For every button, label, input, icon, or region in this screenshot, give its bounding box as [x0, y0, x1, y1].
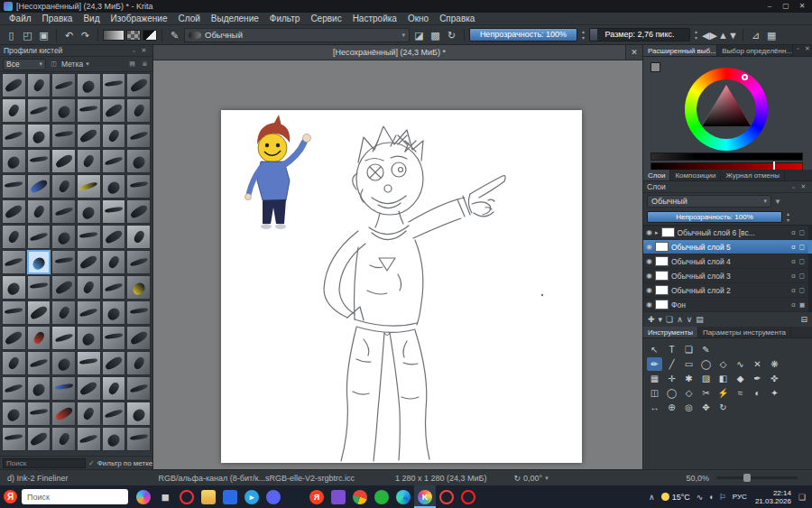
mirror-vertical-icon[interactable]: ▲▼: [718, 27, 738, 43]
brush-preset[interactable]: [77, 376, 101, 401]
freehand-brush-tool[interactable]: ✏: [647, 357, 662, 371]
whatsapp-icon[interactable]: [371, 485, 392, 508]
brush-preset[interactable]: [51, 275, 76, 300]
apps-grid-icon[interactable]: ▦: [154, 485, 176, 508]
yandex-logo-icon[interactable]: Я: [4, 490, 17, 503]
contiguous-select-tool[interactable]: ◐: [750, 386, 765, 400]
brush-preset[interactable]: [126, 149, 151, 173]
brush-preset[interactable]: [77, 427, 101, 451]
layer-collapse-icon[interactable]: ▸: [655, 229, 659, 236]
brush-preset[interactable]: [77, 300, 101, 325]
yandex-start-icon[interactable]: Я: [306, 485, 328, 508]
brush-preset[interactable]: [27, 326, 51, 350]
brush-preset[interactable]: [27, 174, 51, 199]
tab-layers[interactable]: Слои: [643, 170, 670, 180]
vk-icon[interactable]: [219, 485, 241, 508]
close-docker-icon[interactable]: ✕: [798, 183, 808, 190]
brush-preset[interactable]: [27, 225, 51, 249]
view-mode-icon[interactable]: ▤: [127, 60, 137, 68]
text-tool[interactable]: T: [664, 343, 679, 356]
brush-preset[interactable]: [126, 326, 151, 350]
brush-preset[interactable]: [27, 98, 51, 123]
current-color-swatch[interactable]: [651, 62, 660, 72]
menu-item-0[interactable]: Файл: [4, 13, 37, 25]
brush-preset[interactable]: [126, 73, 151, 97]
canvas-angle-value[interactable]: 0,00°: [523, 474, 542, 483]
taskbar-search-input[interactable]: [27, 493, 123, 502]
brush-preset[interactable]: [102, 199, 126, 224]
crop-tool[interactable]: ❏: [681, 343, 697, 356]
brush-preset[interactable]: [2, 174, 26, 199]
float-docker-icon[interactable]: ▫: [793, 45, 802, 56]
brush-preset[interactable]: [2, 199, 26, 224]
opacity-spinner[interactable]: ▴▾: [579, 29, 587, 42]
brush-preset[interactable]: [2, 427, 26, 451]
brush-preset[interactable]: [2, 124, 26, 148]
show-grid-icon[interactable]: ▦: [764, 27, 780, 43]
brush-preset[interactable]: [51, 73, 76, 97]
brush-preset[interactable]: [102, 225, 126, 249]
brush-preset[interactable]: [102, 124, 126, 148]
move-tool[interactable]: ✛: [664, 372, 679, 385]
brush-preset[interactable]: [126, 376, 151, 401]
brush-preset[interactable]: [102, 351, 126, 375]
gradient-tool[interactable]: ◧: [715, 372, 731, 385]
brush-preset[interactable]: [126, 98, 151, 123]
brush-preset[interactable]: [51, 199, 76, 224]
layer-row[interactable]: ◉Обычный слой 4α ◻: [643, 254, 808, 269]
brush-preset[interactable]: [77, 250, 101, 274]
duplicate-layer-button[interactable]: ❏: [666, 315, 673, 324]
brush-preset[interactable]: [51, 427, 76, 451]
brush-preset[interactable]: [27, 250, 51, 274]
brush-preset[interactable]: [77, 326, 101, 350]
brush-preset[interactable]: [27, 275, 51, 300]
opera-icon[interactable]: [176, 485, 198, 508]
brush-preset[interactable]: [77, 351, 101, 375]
size-spinner[interactable]: ▴▾: [692, 29, 700, 42]
tray-expand-icon[interactable]: ∧: [646, 493, 658, 502]
new-document-icon[interactable]: ▯: [4, 27, 19, 43]
brush-preset[interactable]: [126, 124, 151, 148]
maximize-button[interactable]: ▢: [778, 0, 794, 13]
brush-preset[interactable]: [2, 376, 26, 401]
blend-mode-combo[interactable]: Обычный ▾: [647, 195, 771, 208]
layer-visibility-icon[interactable]: ◉: [646, 272, 652, 280]
brush-preset[interactable]: [102, 250, 126, 274]
brush-preset[interactable]: [77, 275, 101, 300]
brush-preset[interactable]: [2, 326, 26, 350]
brush-preset[interactable]: [102, 149, 126, 173]
layer-opacity-spinner[interactable]: ▴▾: [784, 211, 792, 224]
menu-item-6[interactable]: Фильтр: [264, 13, 306, 25]
layer-lock-icons[interactable]: α ◻: [791, 286, 806, 294]
brush-preset[interactable]: [126, 275, 151, 300]
tab-tool-options[interactable]: Параметры инструмента: [698, 327, 791, 337]
layer-lock-icons[interactable]: α ◻: [791, 272, 806, 280]
filter-layers-icon[interactable]: ▼: [774, 198, 781, 206]
zoom-slider[interactable]: [716, 476, 798, 479]
layer-properties-button[interactable]: ▤: [696, 315, 704, 324]
tab-tools[interactable]: Инструменты: [643, 327, 698, 337]
steam-icon[interactable]: [284, 485, 306, 508]
move-layer-up-button[interactable]: ∧: [677, 315, 683, 324]
menu-item-8[interactable]: Настройка: [347, 13, 402, 25]
transform-tool[interactable]: ↖: [647, 343, 662, 356]
brush-preset[interactable]: [27, 199, 51, 224]
reference-images-tool[interactable]: ✜: [767, 372, 782, 385]
brush-preset[interactable]: [51, 124, 76, 148]
tab-compositions[interactable]: Композиции: [670, 170, 721, 180]
brush-preset[interactable]: [102, 427, 126, 451]
rotate-view-tool[interactable]: ↻: [715, 401, 731, 414]
preserve-alpha-icon[interactable]: ▩: [428, 27, 443, 43]
move-layer-down-button[interactable]: ∨: [687, 315, 693, 324]
float-docker-icon[interactable]: ▫: [129, 48, 139, 54]
gradient-chooser-icon[interactable]: [103, 30, 125, 41]
opera-gx-icon[interactable]: [436, 485, 457, 508]
brush-preset[interactable]: [2, 98, 26, 123]
minimize-button[interactable]: –: [761, 0, 778, 13]
polygon-tool[interactable]: ◇: [715, 357, 731, 371]
brush-preset[interactable]: [102, 402, 126, 426]
menu-item-2[interactable]: Вид: [78, 13, 105, 25]
layer-opacity-slider[interactable]: Непрозрачность: 100%: [647, 211, 782, 223]
docker-menu-icon[interactable]: ≣: [140, 60, 150, 68]
notifications-icon[interactable]: ❏: [796, 493, 808, 502]
